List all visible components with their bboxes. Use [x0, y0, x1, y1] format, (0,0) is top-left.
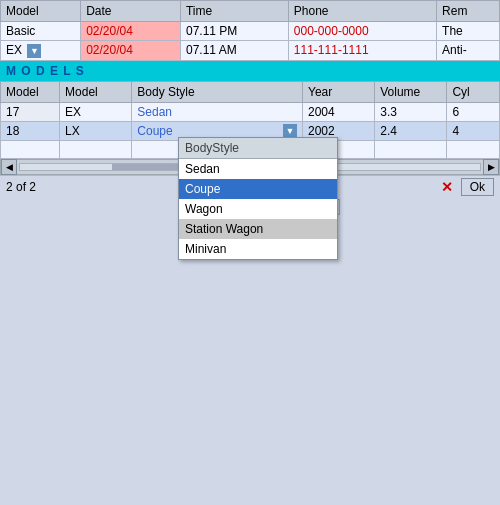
models-row17-year: 2004 [303, 102, 375, 121]
main-col-date: Date [81, 1, 181, 22]
row1-phone: 000-000-0000 [288, 22, 436, 41]
models-row17-bodystyle: Sedan [132, 102, 303, 121]
models-row17-cyl: 6 [447, 102, 500, 121]
models-row18-model: LX [60, 121, 132, 140]
model-dropdown-arrow[interactable]: ▼ [27, 44, 41, 58]
row1-rem: The [437, 22, 500, 41]
dropdown-header: BodyStyle [179, 138, 337, 159]
models-row17-volume: 3.3 [375, 102, 447, 121]
dropdown-item-minivan[interactable]: Minivan [179, 239, 337, 259]
table-row: EX ▼ 02/20/04 07.11 AM 111-111-1111 Anti… [1, 41, 500, 61]
models-row17-model: EX [60, 102, 132, 121]
outer-scroll-left[interactable]: ◀ [1, 159, 17, 175]
models-col-volume: Volume [375, 81, 447, 102]
models-row-17: 17 EX Sedan 2004 3.3 6 [1, 102, 500, 121]
empty-model [60, 140, 132, 158]
models-col-cyl: Cyl [447, 81, 500, 102]
empty-volume [375, 140, 447, 158]
row2-model: EX ▼ [1, 41, 81, 61]
row1-time: 07.11 PM [180, 22, 288, 41]
bodystyle-dropdown[interactable]: BodyStyle Sedan Coupe Wagon Station Wago… [178, 137, 338, 260]
models-col-bodystyle: Body Style [132, 81, 303, 102]
row2-time: 07.11 AM [180, 41, 288, 61]
dropdown-item-coupe[interactable]: Coupe [179, 179, 337, 199]
row2-rem: Anti- [437, 41, 500, 61]
main-col-model: Model [1, 1, 81, 22]
dropdown-item-sedan[interactable]: Sedan [179, 159, 337, 179]
dropdown-item-station-wagon[interactable]: Station Wagon [179, 219, 337, 239]
table-row: Basic 02/20/04 07.11 PM 000-000-0000 The [1, 22, 500, 41]
models-row18-volume: 2.4 [375, 121, 447, 140]
outer-scroll-right[interactable]: ▶ [483, 159, 499, 175]
main-table: Model Date Time Phone Rem Basic 02/20/04… [0, 0, 500, 61]
row1-date: 02/20/04 [81, 22, 181, 41]
models-row18-id: 18 [1, 121, 60, 140]
models-col-model: Model [60, 81, 132, 102]
outer-ok-button[interactable]: Ok [461, 178, 494, 196]
models-col-year: Year [303, 81, 375, 102]
bodystyle-dropdown-arrow[interactable]: ▼ [283, 124, 297, 138]
main-col-rem: Rem [437, 1, 500, 22]
models-row17-id: 17 [1, 102, 60, 121]
models-section-header: M O D E L S [0, 61, 500, 81]
models-row18-cyl: 4 [447, 121, 500, 140]
main-col-time: Time [180, 1, 288, 22]
row2-phone: 111-111-1111 [288, 41, 436, 61]
dropdown-item-wagon[interactable]: Wagon [179, 199, 337, 219]
inner-status-spacer [0, 215, 178, 237]
row2-date: 02/20/04 [81, 41, 181, 61]
row1-model: Basic [1, 22, 81, 41]
models-col-id: Model [1, 81, 60, 102]
inner-scrollbar-spacer [0, 199, 178, 215]
outer-cancel-button[interactable]: ✕ [441, 179, 453, 195]
empty-id [1, 140, 60, 158]
main-col-phone: Phone [288, 1, 436, 22]
empty-cyl [447, 140, 500, 158]
models-table-wrapper: Model Model Body Style Year Volume Cyl 1… [0, 81, 500, 159]
